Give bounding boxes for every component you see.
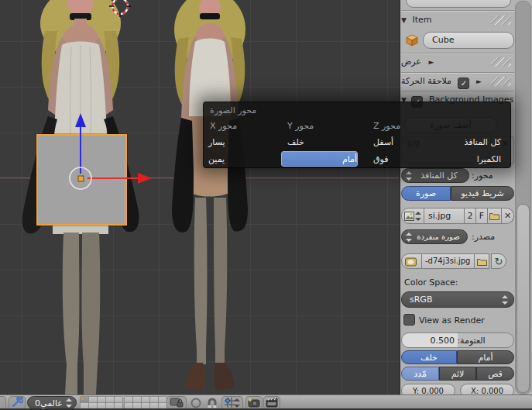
image-preview-icon (405, 257, 417, 267)
sidebar-scrollbar-thumb[interactable] (517, 204, 530, 393)
character-right (172, 0, 248, 390)
axis-label: محور: (472, 171, 512, 181)
chevron-updown-icon (234, 398, 241, 408)
selected-plane-object[interactable] (36, 134, 127, 226)
users-count-button[interactable]: 2 (465, 208, 476, 224)
clapperboard-icon (266, 398, 278, 408)
object-name-field[interactable]: Cube (423, 32, 514, 49)
draw-back-toggle[interactable]: خلف (401, 350, 457, 364)
colorspace-label: Color Space: (404, 277, 458, 288)
snap-element-icon (225, 398, 235, 408)
colorspace-dropdown[interactable]: sRGB (401, 291, 514, 308)
panel-title: Item (412, 15, 431, 25)
opengl-render-animation-button[interactable] (263, 396, 280, 409)
view-as-render-label: View as Render (419, 315, 485, 326)
menu-item-left[interactable]: يسار (208, 135, 225, 150)
opacity-slider[interactable]: العتومة: 0.500 (401, 332, 514, 348)
image-axis-menu: محور الصورة محور X محور Y محور Z يسار يم… (203, 102, 511, 168)
triangle-down-icon: ▼ (401, 16, 407, 24)
browse-file-button[interactable] (475, 253, 489, 269)
panel-header-display[interactable]: عرض ► (401, 54, 514, 70)
source-label: مصدر: (472, 232, 512, 242)
proportional-edit-button[interactable] (189, 396, 203, 409)
proportional-edit-circle-icon (190, 398, 201, 408)
source-movie-toggle[interactable]: شريط فيديو (451, 186, 514, 201)
3d-cursor-icon[interactable] (107, 0, 133, 17)
lock-screen-icon (170, 398, 184, 408)
chevron-updown-icon (502, 295, 509, 305)
panel-title: عرض (401, 57, 421, 67)
truncated-toolbar-button[interactable] (0, 396, 6, 409)
snap-element-dropdown[interactable] (221, 396, 243, 409)
manipulator-toggle-button[interactable] (9, 396, 26, 409)
panel-header-motion-tracking[interactable]: ملاحقة الحركة ✓ ► (401, 74, 514, 89)
view-as-render-checkbox[interactable]: ✓ (403, 314, 415, 326)
snap-toggle-button[interactable] (205, 396, 219, 409)
unlink-image-button[interactable]: ✕ (502, 208, 514, 224)
panel-title: ملاحقة الحركة (401, 76, 451, 86)
panel-grip[interactable] (491, 16, 511, 25)
panel-grip[interactable] (491, 57, 511, 67)
folder-icon (477, 257, 487, 266)
blender-window: ▼ Item Cube عرض ► ملاحقة الحركة ✓ ► (0, 0, 532, 410)
menu-title: محور الصورة (210, 105, 256, 115)
menu-col-z-header: محور Z (373, 121, 400, 131)
menu-item-camera[interactable]: الكميرا (477, 152, 501, 167)
image-datablock-button[interactable] (401, 208, 424, 224)
menu-col-x-header: محور X (210, 121, 237, 131)
transform-orientation-dropdown[interactable]: عالمي0 (27, 396, 77, 409)
viewport-header-toolbar: عالمي0 (0, 394, 532, 410)
panel-checkbox-checked[interactable]: ✓ (458, 78, 469, 89)
image-source-dropdown[interactable]: صورة منفردة (401, 229, 468, 244)
chevron-updown-icon (66, 398, 73, 408)
cube-icon (406, 34, 418, 47)
image-name-field[interactable]: si.jpg (424, 208, 465, 224)
layers-widget-group-1[interactable] (80, 396, 123, 409)
menu-item-bottom[interactable]: أسفل (373, 135, 393, 150)
file-path-field[interactable]: -d74j3si.jpg (422, 253, 475, 269)
lock-to-scene-button[interactable] (166, 396, 187, 409)
menu-item-right[interactable]: يمين (208, 152, 225, 167)
magnet-icon (207, 398, 218, 408)
panel-header-item[interactable]: ▼ Item (401, 12, 514, 28)
truncated-field[interactable] (406, 0, 511, 8)
chevron-updown-icon (415, 212, 422, 221)
properties-sidebar: ▼ Item Cube عرض ► ملاحقة الحركة ✓ ► (400, 0, 532, 394)
draw-front-toggle[interactable]: أمام (457, 350, 514, 364)
source-image-toggle[interactable]: صورة (401, 186, 451, 201)
refresh-icon: ↻ (495, 256, 503, 267)
menu-item-all-views[interactable]: كل المنافذ (464, 135, 501, 150)
chevron-updown-icon (406, 171, 413, 181)
layers-widget-group-2[interactable] (124, 396, 167, 409)
frame-crop-toggle[interactable]: قص (476, 367, 514, 381)
reload-image-button[interactable]: ↻ (491, 253, 506, 269)
menu-item-back[interactable]: خلف (287, 135, 304, 150)
3d-viewport[interactable] (0, 0, 399, 394)
menu-item-top[interactable]: فوق (373, 152, 388, 167)
frame-stretch-toggle[interactable]: مّدد (401, 367, 439, 381)
wrench-manipulator-icon (12, 397, 23, 408)
triangle-right-icon: ► (428, 58, 434, 66)
camera-icon (248, 398, 260, 408)
frame-fit-toggle[interactable]: لائم (439, 367, 476, 381)
fake-user-button[interactable]: F (476, 208, 488, 224)
folder-icon (489, 212, 499, 220)
menu-col-y-header: محور Y (287, 121, 314, 131)
image-icon (404, 212, 414, 221)
axis-dropdown[interactable]: كل المنافذ (401, 168, 469, 183)
chevron-updown-icon (406, 233, 413, 242)
opengl-render-image-button[interactable] (245, 396, 263, 409)
triangle-right-icon: ► (476, 78, 482, 85)
panel-grip[interactable] (491, 77, 511, 86)
menu-item-front-selected[interactable]: أمام (281, 151, 358, 167)
image-preview-button[interactable] (401, 253, 422, 269)
open-image-button[interactable] (488, 208, 502, 224)
close-icon: ✕ (504, 211, 511, 221)
